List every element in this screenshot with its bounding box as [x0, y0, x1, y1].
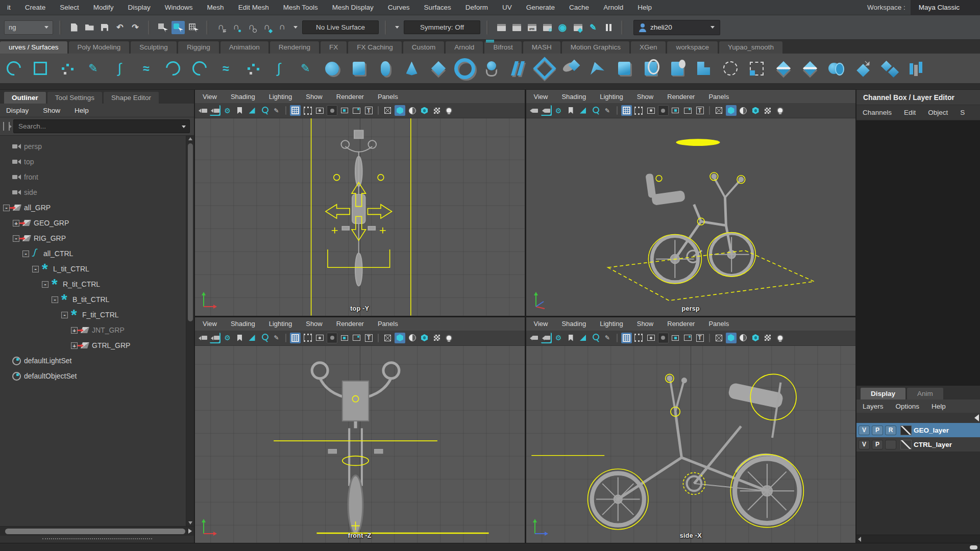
revolve-icon[interactable] [480, 57, 503, 80]
separator[interactable] [285, 106, 286, 115]
menubar-item[interactable]: Curves [381, 0, 417, 15]
shelf-tab[interactable]: Yupao_smooth [719, 41, 782, 54]
layer-display-type-toggle[interactable] [885, 440, 896, 449]
search-input[interactable] [13, 119, 190, 133]
wireframe-on-shaded-icon[interactable] [763, 105, 773, 116]
channel-box-menu-item[interactable]: S [960, 109, 965, 116]
scroll-up-icon[interactable] [188, 137, 192, 140]
nurbs-torus-icon[interactable] [453, 57, 476, 80]
layer-editor-horizontal-scrollbar[interactable] [856, 535, 980, 543]
menu-set-selector[interactable]: ng [4, 20, 53, 35]
wireframe-on-shaded-icon[interactable] [431, 333, 442, 343]
channel-box-title[interactable]: Channel Box / Layer Editor [856, 90, 980, 105]
separator[interactable] [378, 106, 379, 115]
curve-smooth-icon[interactable]: ∫ [267, 57, 290, 80]
outliner-item[interactable]: + GEO_GRP [0, 215, 186, 231]
shelf-tab[interactable]: MASH [523, 41, 560, 54]
layer-editor-menu-item[interactable]: Layers [863, 403, 884, 410]
gate-mask-icon[interactable] [658, 333, 669, 343]
menubar-item[interactable]: Display [121, 0, 158, 15]
film-gate-icon[interactable] [302, 105, 313, 116]
viewport-menu-item[interactable]: Renderer [667, 93, 695, 101]
film-gate-icon[interactable] [302, 333, 313, 343]
select-by-hierarchy-icon[interactable] [156, 21, 169, 34]
field-chart-icon[interactable] [339, 105, 350, 116]
layer-display-type-toggle[interactable]: R [885, 425, 896, 435]
toolbar-grip[interactable] [621, 20, 623, 35]
collapse-left-icon[interactable] [974, 414, 979, 421]
channel-box-menu-item[interactable]: Channels [863, 109, 892, 116]
project-curve-icon[interactable] [719, 57, 742, 80]
shelf-tab[interactable]: Motion Graphics [562, 41, 629, 54]
symmetry-field[interactable]: Symmetry: Off [404, 20, 480, 34]
add-points-icon[interactable] [241, 57, 264, 80]
hud-icon[interactable]: T [695, 105, 705, 116]
camera-lock-icon[interactable] [541, 333, 552, 343]
textured-icon[interactable] [750, 105, 761, 116]
viewport-menu-item[interactable]: Panels [378, 93, 398, 101]
loft-icon[interactable] [506, 57, 529, 80]
bookmark-icon[interactable] [566, 105, 576, 116]
separator[interactable] [617, 334, 618, 342]
hud-icon[interactable]: T [363, 333, 374, 343]
outliner-item[interactable]: top [0, 154, 186, 169]
expand-toggle-icon[interactable]: - [52, 296, 58, 303]
bookmark-icon[interactable] [566, 333, 576, 343]
bezier-curve-icon[interactable]: ≈ [135, 57, 158, 80]
select-by-object-icon[interactable] [172, 21, 185, 34]
workspace-selector[interactable]: Maya Classic [911, 0, 980, 15]
save-scene-icon[interactable] [98, 21, 111, 34]
camera-attributes-icon[interactable]: ⚙ [553, 105, 564, 116]
chevron-down-icon[interactable] [182, 126, 186, 128]
shelf-tab[interactable]: FX [321, 41, 347, 54]
layer-playback-toggle[interactable]: P [872, 440, 883, 449]
menubar-item[interactable]: UV [495, 0, 519, 15]
sequence-render-icon[interactable] [571, 21, 584, 34]
open-close-surface-icon[interactable] [878, 57, 901, 80]
separator[interactable] [378, 334, 379, 342]
extrude-icon[interactable] [559, 57, 582, 80]
pencil-curve-icon[interactable]: ✎ [82, 57, 105, 80]
grease-pencil-icon[interactable]: ✎ [271, 333, 282, 343]
grease-pencil-curve-icon[interactable]: ✎ [294, 57, 317, 80]
lights-icon[interactable] [775, 105, 786, 116]
cv-curve-icon[interactable]: ∫ [108, 57, 131, 80]
lights-icon[interactable] [444, 333, 454, 343]
textured-icon[interactable] [419, 105, 430, 116]
menubar-item[interactable]: Select [53, 0, 86, 15]
layer-color-swatch[interactable] [900, 425, 912, 435]
outliner-vertical-scrollbar[interactable] [186, 136, 194, 526]
shaded-icon[interactable] [726, 105, 737, 116]
shelf-tab[interactable]: Custom [403, 41, 445, 54]
image-plane-icon[interactable] [682, 333, 693, 343]
viewport-canvas-top[interactable]: top -Y [195, 118, 525, 316]
birail-icon[interactable] [586, 57, 609, 80]
menubar-item[interactable]: Cache [562, 0, 596, 15]
panel-resize-grip[interactable] [0, 536, 194, 543]
viewport-menu-item[interactable]: Lighting [269, 93, 292, 101]
render-current-frame-icon[interactable] [495, 21, 508, 34]
shelf-tab[interactable]: Rendering [270, 41, 319, 54]
bevel-icon[interactable] [666, 57, 689, 80]
shelf-tab[interactable]: Sculpting [131, 41, 177, 54]
grid-icon[interactable] [290, 333, 301, 343]
viewport-menu-item[interactable]: Show [637, 93, 654, 101]
outliner-item[interactable]: - R_tit_CTRL [0, 277, 186, 292]
separator[interactable] [617, 106, 618, 115]
scrollbar-thumb[interactable] [188, 143, 193, 321]
layer-visible-toggle[interactable]: V [859, 440, 870, 449]
isolate-select-icon[interactable] [247, 333, 257, 343]
film-gate-icon[interactable] [633, 333, 644, 343]
viewport-menu-item[interactable]: View [203, 93, 217, 101]
resolution-gate-icon[interactable] [314, 333, 325, 343]
textured-icon[interactable] [419, 333, 430, 343]
toolbar-grip[interactable] [148, 20, 150, 35]
ipr-render-icon[interactable] [525, 21, 538, 34]
isolate-select-icon[interactable] [578, 105, 589, 116]
nurbs-sphere-icon[interactable] [321, 57, 344, 80]
paint-effects-icon[interactable]: ✎ [586, 21, 600, 34]
separator[interactable] [709, 334, 710, 342]
shelf-tab[interactable]: workspace [667, 41, 718, 54]
default-material-icon[interactable] [407, 105, 418, 116]
grid-icon[interactable] [621, 333, 632, 343]
